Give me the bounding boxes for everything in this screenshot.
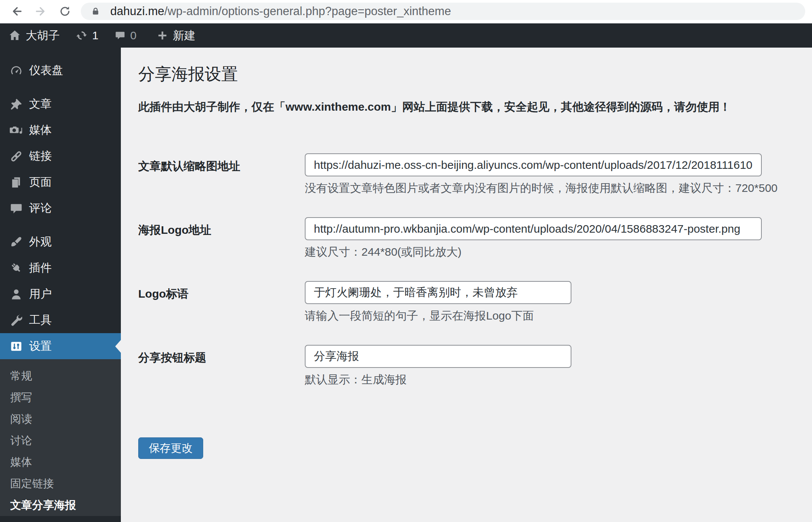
- page-title: 分享海报设置: [138, 64, 797, 84]
- sidebar-item-label: 外观: [29, 234, 52, 250]
- link-icon: [9, 150, 23, 163]
- field-label-poster-logo-url: 海报Logo地址: [138, 217, 305, 258]
- sidebar-item-dashboard[interactable]: 仪表盘: [0, 57, 121, 83]
- submenu-item-poster[interactable]: 文章分享海报: [0, 494, 121, 516]
- home-icon: [8, 29, 21, 42]
- field-input-logo-slogan[interactable]: [305, 281, 571, 304]
- user-icon: [9, 287, 23, 301]
- browser-reload-icon[interactable]: [55, 2, 75, 21]
- screen: dahuzi.me/wp-admin/options-general.php?p…: [0, 0, 812, 522]
- sidebar-item-appearance[interactable]: 外观: [0, 229, 121, 255]
- settings-form: 文章默认缩略图地址没有设置文章特色图片或者文章内没有图片的时候，海报使用默认缩略…: [138, 153, 797, 386]
- plugin-icon: [9, 261, 23, 275]
- updates-icon: [76, 29, 88, 42]
- sidebar-item-comments[interactable]: 评论: [0, 195, 121, 221]
- sidebar-item-plugins[interactable]: 插件: [0, 255, 121, 281]
- sidebar-item-label: 媒体: [29, 122, 52, 138]
- sidebar-item-links[interactable]: 链接: [0, 143, 121, 169]
- admin-sidebar: 仪表盘文章媒体链接页面评论外观插件用户工具设置 常规撰写阅读讨论媒体固定链接文章…: [0, 48, 121, 522]
- admin-menu: 仪表盘文章媒体链接页面评论外观插件用户工具设置: [0, 48, 121, 359]
- sidebar-item-label: 文章: [29, 96, 52, 112]
- pin-icon: [9, 97, 23, 111]
- form-row-poster-logo-url: 海报Logo地址建议尺寸：244*80(或同比放大): [138, 217, 797, 258]
- browser-forward-icon[interactable]: [31, 2, 51, 21]
- submenu-item-reading[interactable]: 阅读: [0, 408, 121, 430]
- sidebar-item-label: 页面: [29, 175, 52, 190]
- sidebar-item-label: 设置: [29, 338, 52, 354]
- submenu-item-permalinks[interactable]: 固定链接: [0, 473, 121, 494]
- settings-submenu: 常规撰写阅读讨论媒体固定链接文章分享海报: [0, 359, 121, 516]
- browser-back-icon[interactable]: [7, 2, 26, 21]
- sidebar-item-label: 评论: [29, 201, 52, 216]
- field-input-poster-logo-url[interactable]: [305, 217, 762, 240]
- field-label-share-button-title: 分享按钮标题: [138, 345, 305, 386]
- field-help-poster-logo-url: 建议尺寸：244*80(或同比放大): [305, 246, 797, 258]
- brush-icon: [9, 235, 23, 249]
- pages-icon: [9, 176, 23, 189]
- admin-bar-updates[interactable]: 1: [76, 29, 99, 42]
- update-count: 1: [92, 29, 99, 42]
- wp-admin-bar: 大胡子 1 0 新建: [0, 23, 812, 48]
- submenu-item-general[interactable]: 常规: [0, 365, 121, 387]
- field-input-share-button-title[interactable]: [305, 345, 571, 368]
- sidebar-item-users[interactable]: 用户: [0, 281, 121, 307]
- submenu-item-writing[interactable]: 撰写: [0, 387, 121, 408]
- form-row-logo-slogan: Logo标语请输入一段简短的句子，显示在海报Logo下面: [138, 281, 797, 322]
- field-input-default-thumbnail-url[interactable]: [305, 153, 762, 176]
- wrench-icon: [9, 314, 23, 327]
- sidebar-item-label: 用户: [29, 286, 52, 302]
- media-icon: [9, 124, 23, 137]
- main-content: 分享海报设置 此插件由大胡子制作，仅在「www.xintheme.com」网站上…: [121, 48, 812, 522]
- submenu-item-media[interactable]: 媒体: [0, 451, 121, 473]
- submenu-item-discussion[interactable]: 讨论: [0, 430, 121, 451]
- save-changes-button[interactable]: 保存更改: [138, 437, 203, 459]
- comment-icon: [9, 202, 23, 215]
- lock-icon: [91, 6, 100, 16]
- sidebar-item-label: 工具: [29, 312, 52, 328]
- field-help-default-thumbnail-url: 没有设置文章特色图片或者文章内没有图片的时候，海报使用默认缩略图，建议尺寸：72…: [305, 182, 797, 195]
- field-label-logo-slogan: Logo标语: [138, 281, 305, 322]
- address-bar[interactable]: dahuzi.me/wp-admin/options-general.php?p…: [81, 3, 805, 20]
- admin-bar-site-name: 大胡子: [26, 28, 60, 43]
- url-path: /wp-admin/options-general.php?page=poste…: [164, 5, 451, 18]
- field-label-default-thumbnail-url: 文章默认缩略图地址: [138, 153, 305, 195]
- dashboard-icon: [9, 64, 23, 77]
- sidebar-item-tools[interactable]: 工具: [0, 307, 121, 333]
- comment-bubble-icon: [114, 30, 126, 41]
- sidebar-item-pages[interactable]: 页面: [0, 169, 121, 195]
- plus-icon: [157, 30, 168, 41]
- admin-bar-new[interactable]: 新建: [157, 28, 195, 43]
- field-help-share-button-title: 默认显示：生成海报: [305, 373, 797, 386]
- sidebar-item-posts[interactable]: 文章: [0, 91, 121, 117]
- plugin-notice: 此插件由大胡子制作，仅在「www.xintheme.com」网站上面提供下载，安…: [138, 100, 797, 113]
- sidebar-item-media[interactable]: 媒体: [0, 117, 121, 143]
- browser-toolbar: dahuzi.me/wp-admin/options-general.php?p…: [0, 0, 812, 23]
- url-host: dahuzi.me: [110, 5, 164, 18]
- field-help-logo-slogan: 请输入一段简短的句子，显示在海报Logo下面: [305, 309, 797, 322]
- sidebar-item-label: 链接: [29, 148, 52, 164]
- admin-bar-comments[interactable]: 0: [114, 29, 137, 42]
- sidebar-item-label: 仪表盘: [29, 63, 63, 78]
- admin-bar-new-label: 新建: [173, 28, 195, 43]
- settings-icon: [9, 340, 23, 353]
- form-row-share-button-title: 分享按钮标题默认显示：生成海报: [138, 345, 797, 386]
- form-row-default-thumbnail-url: 文章默认缩略图地址没有设置文章特色图片或者文章内没有图片的时候，海报使用默认缩略…: [138, 153, 797, 195]
- sidebar-item-settings[interactable]: 设置: [0, 333, 121, 359]
- url-text: dahuzi.me/wp-admin/options-general.php?p…: [110, 5, 451, 18]
- comment-count: 0: [130, 29, 137, 42]
- admin-bar-site-menu[interactable]: 大胡子: [8, 28, 60, 43]
- sidebar-item-label: 插件: [29, 260, 52, 276]
